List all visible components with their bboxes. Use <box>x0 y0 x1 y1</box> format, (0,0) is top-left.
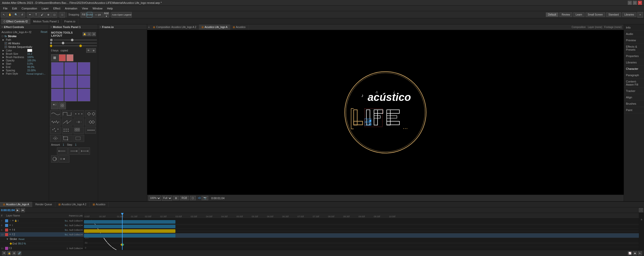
tl-grid-btn[interactable]: ⊞ <box>12 251 16 255</box>
workspace-learn[interactable]: Learn <box>573 12 585 17</box>
tl-link-btn[interactable]: 🔗 <box>17 251 21 255</box>
rotate-tool[interactable]: ↺ <box>19 12 25 18</box>
sine-wave-btn[interactable] <box>50 110 61 117</box>
align-panel-item[interactable]: Align <box>624 94 644 101</box>
menu-file[interactable]: File <box>1 6 10 10</box>
transform-btn[interactable] <box>73 135 84 142</box>
menu-composition[interactable]: Composition <box>20 6 39 10</box>
menu-window[interactable]: Window <box>91 6 104 10</box>
center-btn[interactable] <box>73 118 84 126</box>
layer-eye-9[interactable]: 👁 <box>9 229 11 231</box>
preview-cell-7[interactable] <box>51 89 64 101</box>
timeline-tab-render[interactable]: Render Queue <box>32 202 55 207</box>
circle-arrow-btn[interactable] <box>51 155 58 163</box>
timeline-tab-2[interactable]: Acustico Life_logo A 2 <box>55 202 90 207</box>
menu-help[interactable]: Help <box>105 6 115 10</box>
preview-cell-9[interactable] <box>78 89 90 101</box>
pink-square-btn[interactable] <box>66 54 73 61</box>
layer-lock-7[interactable]: 🔓 <box>14 220 17 222</box>
random-btn[interactable] <box>85 118 96 126</box>
zoom-select[interactable]: 100% 50% 200% <box>149 196 161 201</box>
comp-tab-2[interactable]: Acustico Life_logo A <box>199 24 230 30</box>
slider-track-2[interactable] <box>53 43 97 43</box>
properties-panel-item[interactable]: Properties <box>624 53 644 59</box>
red-square-btn[interactable] <box>59 54 66 61</box>
timeline-options-btn[interactable]: ⋮ <box>639 208 643 212</box>
tl-motion-btn[interactable]: ◆ <box>633 251 637 255</box>
preview-cell-4[interactable] <box>51 75 64 88</box>
stroke-sub-reset[interactable]: Reset <box>19 238 25 240</box>
character-panel-item[interactable]: Character <box>624 66 644 72</box>
comp-tab-1[interactable]: Composition Acustico Life_logo A 2 <box>151 24 199 30</box>
workspace-review[interactable]: Review <box>559 12 572 17</box>
target-btn[interactable] <box>50 135 61 142</box>
opacity-value[interactable]: 100.0% <box>27 59 36 62</box>
align-tl-btn[interactable] <box>51 102 58 109</box>
maximize-button[interactable]: □ <box>633 1 637 5</box>
menu-layer[interactable]: Layer <box>40 6 51 10</box>
tab-effect-controls[interactable]: ⬡ Effect Controls f2 <box>1 18 31 24</box>
motion-path-btn[interactable] <box>59 155 69 163</box>
tl-graph-btn[interactable]: 📈 <box>628 251 632 255</box>
preview-cell-8[interactable] <box>64 89 77 101</box>
show-grid-btn[interactable]: ⊞ <box>173 196 179 200</box>
add-btn[interactable]: Add ▾ <box>103 12 109 18</box>
color-swatch[interactable] <box>27 49 32 52</box>
tab-motion-tools[interactable]: Motion Tools Panel 1 <box>31 18 62 24</box>
preview-cell-1[interactable] <box>51 62 64 75</box>
layer-row-8[interactable]: 8 👁 i fx 1. Null Collect ▾ <box>0 223 84 228</box>
content-aware-fill-panel-item[interactable]: Content-Aware Fill <box>624 78 644 88</box>
mt-bell-icon[interactable]: 🔔 <box>83 32 87 36</box>
pen-tool[interactable]: ✒ <box>27 12 33 18</box>
timeline-play-btn[interactable]: ▶ <box>16 208 20 212</box>
stroke-end-value[interactable]: 99.0 % <box>18 242 26 245</box>
preview-cell-2[interactable] <box>64 62 77 75</box>
amount-value[interactable]: 1 <box>61 143 66 146</box>
left-flow-btn[interactable] <box>57 147 68 155</box>
preview-cell-3[interactable] <box>78 62 90 75</box>
slider-track-1[interactable] <box>54 40 97 40</box>
workspace-default[interactable]: Default <box>546 12 559 17</box>
right-flow-btn[interactable] <box>68 147 79 155</box>
mt-edit-icon[interactable]: ✏ <box>87 32 91 36</box>
libraries-panel-item[interactable]: Libraries <box>624 59 644 66</box>
hand-tool[interactable]: ✋ <box>7 12 13 18</box>
tl-eye-btn[interactable]: 👁 <box>2 251 6 255</box>
reset-all-button[interactable]: Reset <box>41 31 47 33</box>
timeline-tab-1[interactable]: Acustico Life_logo A <box>0 202 32 207</box>
square-btn[interactable] <box>51 54 58 61</box>
close-button[interactable]: ✕ <box>638 1 642 5</box>
brush-hardness-value[interactable]: 100% <box>27 56 34 59</box>
step-value[interactable]: 1 <box>73 143 78 146</box>
select-tool[interactable]: ↖ <box>1 12 7 18</box>
stroke-btn[interactable]: Stroke: <box>87 12 92 18</box>
key-paste-btn[interactable]: ⊞ <box>91 48 96 53</box>
both-flow-btn[interactable] <box>79 147 90 155</box>
timeline-expand-icon[interactable]: ⊳ <box>640 219 643 220</box>
text-tool[interactable]: T <box>33 12 39 18</box>
menu-animation[interactable]: Animation <box>63 6 79 10</box>
stroke-width-btn[interactable]: — px <box>93 12 103 18</box>
dots-row-btn[interactable] <box>85 127 96 134</box>
show-masks-btn[interactable]: ⬡ <box>190 196 196 200</box>
dots-btn[interactable] <box>73 110 84 117</box>
shape-tool[interactable]: □ <box>59 12 65 18</box>
tl-lock-btn[interactable]: 🔒 <box>7 251 11 255</box>
scatter-btn[interactable] <box>50 127 61 134</box>
menu-effect[interactable]: Effect <box>51 6 62 10</box>
key-copy-btn[interactable]: ⧉ <box>86 48 91 53</box>
layer-row-11[interactable]: 11 f 3 1. Null Collect ▾ <box>0 246 84 250</box>
playhead[interactable] <box>122 213 123 250</box>
brushes-panel-item[interactable]: Brushes <box>624 101 644 107</box>
diamond-wave-btn[interactable] <box>85 110 96 117</box>
crop-btn[interactable] <box>62 135 72 142</box>
audio-panel-item[interactable]: Audio <box>624 31 644 37</box>
paragraph-panel-item[interactable]: Paragraph <box>624 72 644 78</box>
eraser-tool[interactable]: ◻ <box>52 12 57 18</box>
preview-cell-5[interactable] <box>64 75 77 88</box>
layer-eye-8[interactable]: 👁 <box>9 224 11 227</box>
spacing-value[interactable]: 15.00% <box>27 69 36 72</box>
menu-edit[interactable]: Edit <box>10 6 19 10</box>
paint-panel-item[interactable]: Paint <box>624 107 644 113</box>
stroke-seq-checkbox[interactable] <box>5 46 7 48</box>
